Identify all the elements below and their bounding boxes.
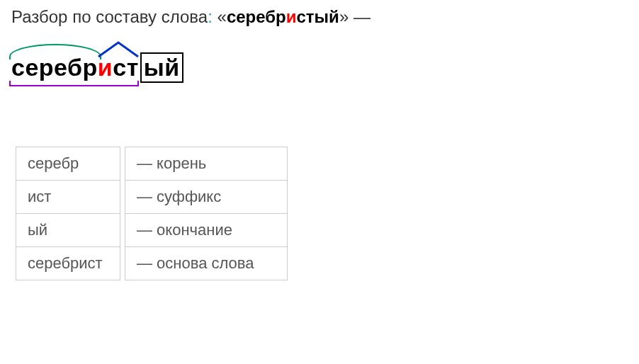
title-quote-open: « xyxy=(217,7,227,26)
table-row: ист — суффикс xyxy=(16,181,288,214)
table-row: ый — окончание xyxy=(16,214,288,247)
table-row: серебр — корень xyxy=(16,147,288,181)
title-prefix: Разбор по составу слова xyxy=(11,7,208,26)
word-part2: стый xyxy=(297,7,339,26)
morpheme-ending: ый xyxy=(140,52,183,83)
morph-cell: серебр xyxy=(16,147,120,181)
word-highlight: и xyxy=(286,7,297,26)
suffix-hat-icon xyxy=(96,40,140,58)
morph-cell: серебрист xyxy=(16,247,120,280)
title-quote-close: » xyxy=(339,7,349,26)
desc-cell: — суффикс xyxy=(125,181,288,214)
desc-cell: — корень xyxy=(125,147,288,181)
root-arc-icon xyxy=(9,44,101,59)
desc-cell: — основа слова xyxy=(125,247,288,280)
title-colon: : xyxy=(208,7,213,26)
morph-cell: ый xyxy=(16,214,120,247)
title-word: серебристый xyxy=(227,7,339,26)
stem-underline-icon xyxy=(9,81,139,86)
desc-cell: — окончание xyxy=(125,214,288,247)
morpheme-diagram: серебристый xyxy=(11,40,183,83)
page-title: Разбор по составу слова: «серебристый» — xyxy=(11,7,628,27)
title-dash: — xyxy=(349,7,371,26)
morph-cell: ист xyxy=(16,181,120,214)
parse-table: серебр — корень ист — суффикс ый — оконч… xyxy=(11,147,292,280)
word-part1: серебр xyxy=(227,7,286,26)
table-row: серебрист — основа слова xyxy=(16,247,288,280)
